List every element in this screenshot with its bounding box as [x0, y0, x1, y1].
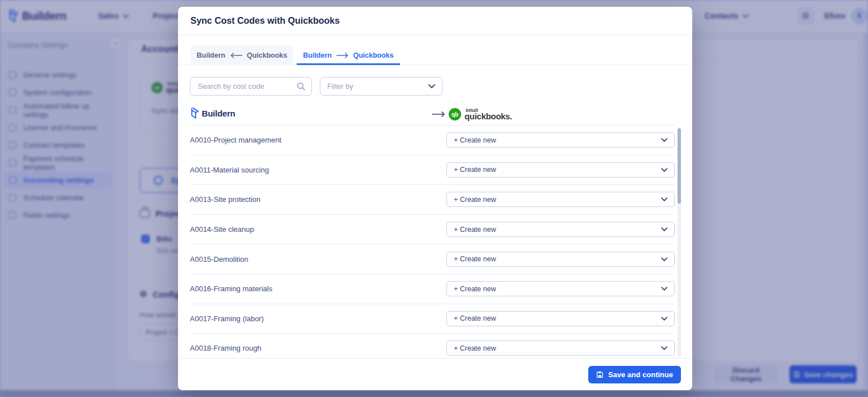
cost-code-label: A0010-Project management	[190, 136, 281, 144]
modal-header: Sync Cost Codes with Quickbooks	[178, 7, 692, 35]
chevron-down-icon	[661, 138, 667, 142]
cost-code-label: A0013-Site protection	[190, 195, 261, 204]
chevron-down-icon	[428, 84, 435, 88]
search-icon	[297, 82, 305, 90]
modal-footer: Save and continue	[178, 358, 692, 390]
create-new-select-value: + Create new	[454, 255, 496, 263]
create-new-select-value: + Create new	[454, 166, 496, 174]
long-right-arrow-icon	[432, 111, 445, 118]
cost-code-label: A0014-Site cleanup	[190, 225, 254, 234]
chevron-down-icon	[661, 317, 667, 321]
quickbooks-logo-icon: qb	[449, 108, 461, 120]
tab-label-right: Quickbooks	[247, 51, 288, 59]
modal-controls: Filter by	[190, 77, 442, 96]
cost-code-row: A0013-Site protection + Create new	[190, 185, 675, 215]
create-new-select[interactable]: + Create new	[446, 192, 675, 207]
cost-code-row: A0014-Site cleanup + Create new	[190, 215, 675, 245]
tab-buildern-to-quickbooks[interactable]: Buildern Quickbooks	[297, 45, 400, 65]
cost-code-label: A0018-Framing rough	[190, 344, 261, 352]
modal-title: Sync Cost Codes with Quickbooks	[190, 16, 340, 26]
chevron-down-icon	[661, 168, 667, 172]
search-input[interactable]	[197, 81, 292, 91]
tab-label-left: Buildern	[197, 51, 225, 59]
tab-buildern-from-quickbooks[interactable]: Buildern Quickbooks	[190, 45, 293, 65]
filter-by-select[interactable]: Filter by	[320, 77, 442, 96]
create-new-select-value: + Create new	[454, 136, 496, 144]
buildern-logo-icon	[190, 107, 199, 119]
save-icon	[596, 371, 604, 378]
create-new-select[interactable]: + Create new	[446, 311, 675, 326]
cost-code-row: A0017-Framing (labor) + Create new	[190, 304, 675, 334]
search-box	[190, 77, 312, 96]
tab-label-right: Quickbooks	[353, 51, 394, 59]
create-new-select[interactable]: + Create new	[446, 340, 675, 356]
sync-cost-codes-modal: Sync Cost Codes with Quickbooks Buildern…	[178, 7, 692, 390]
save-and-continue-button[interactable]: Save and continue	[588, 366, 681, 383]
create-new-select-value: + Create new	[454, 285, 496, 293]
create-new-select[interactable]: + Create new	[446, 132, 675, 148]
create-new-select[interactable]: + Create new	[446, 162, 675, 178]
long-left-arrow-icon	[230, 53, 242, 58]
cost-code-list: A0010-Project management + Create new A0…	[190, 126, 675, 358]
cost-code-row: A0011-Material sourcing + Create new	[190, 156, 675, 185]
long-right-arrow-icon	[336, 53, 349, 58]
buildern-column-header: Buildern	[190, 107, 235, 119]
chevron-down-icon	[661, 227, 667, 231]
chevron-down-icon	[661, 287, 667, 291]
cost-code-label: A0015-Demolition	[190, 255, 248, 264]
quickbooks-wordmark: quickbooks.	[465, 113, 512, 120]
cost-code-label: A0016-Framing materials	[190, 284, 272, 293]
list-scrollbar[interactable]	[678, 127, 681, 357]
tab-label-left: Buildern	[303, 51, 332, 59]
create-new-select[interactable]: + Create new	[446, 252, 675, 267]
create-new-select-value: + Create new	[454, 226, 496, 234]
cost-code-row: A0010-Project management + Create new	[190, 126, 675, 156]
create-new-select-value: + Create new	[454, 344, 496, 352]
cost-code-row: A0016-Framing materials + Create new	[190, 274, 675, 304]
create-new-select-value: + Create new	[454, 196, 496, 204]
save-and-continue-label: Save and continue	[608, 370, 673, 379]
chevron-down-icon	[661, 197, 667, 201]
cost-code-row: A0015-Demolition + Create new	[190, 244, 675, 274]
mapping-column-headers: Buildern qb intuit quickbooks.	[190, 107, 675, 126]
cost-code-label: A0017-Framing (labor)	[190, 314, 264, 323]
filter-by-value: Filter by	[327, 82, 353, 90]
create-new-select-value: + Create new	[454, 314, 496, 322]
list-scrollbar-thumb[interactable]	[678, 128, 681, 204]
create-new-select[interactable]: + Create new	[446, 281, 675, 296]
cost-code-label: A0011-Material sourcing	[190, 166, 269, 174]
buildern-column-label: Buildern	[202, 109, 235, 118]
create-new-select[interactable]: + Create new	[446, 222, 675, 237]
modal-tabs: Buildern Quickbooks Buildern Quickbooks	[178, 36, 692, 65]
cost-code-row: A0018-Framing rough + Create new	[190, 334, 675, 358]
quickbooks-column-header: qb intuit quickbooks.	[449, 108, 512, 120]
chevron-down-icon	[661, 346, 667, 350]
chevron-down-icon	[661, 257, 667, 261]
